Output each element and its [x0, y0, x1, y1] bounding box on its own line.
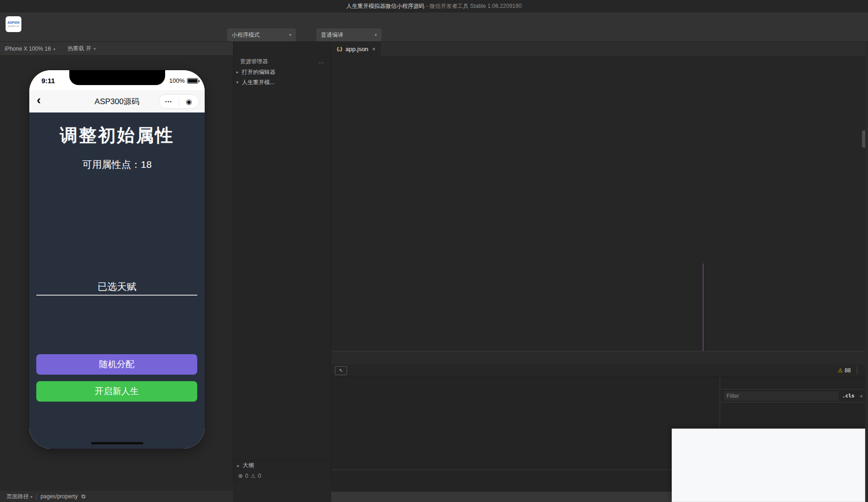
- logo-subtext: asp300.net: [8, 25, 20, 27]
- toggle-class-button[interactable]: .cls: [842, 393, 855, 399]
- simulator-panel: iPhone X 100% 16▾ 热重载 开▾ 9:11 100% ‹ ASP…: [0, 42, 233, 491]
- phone-navbar: ‹ ASP300源码 ••• ◉: [29, 90, 205, 112]
- json-file-icon: {..}: [337, 46, 342, 52]
- more-dots-icon[interactable]: •••: [159, 99, 179, 104]
- device-selector[interactable]: iPhone X 100% 16▾: [5, 46, 55, 52]
- styles-tabs: [720, 377, 868, 390]
- logo-text: ASP300: [7, 21, 20, 25]
- warnings-badge[interactable]: ⚠88: [838, 367, 851, 374]
- phone-notch: [69, 70, 165, 85]
- window-title: 人生重开模拟器微信小程序源码 - 微信开发者工具 Stable 1.06.220…: [0, 2, 868, 10]
- project-logo: ASP300 asp300.net: [6, 16, 21, 32]
- chevron-down-icon: ▾: [289, 33, 291, 37]
- start-life-button[interactable]: 开启新人生: [36, 381, 197, 402]
- phone-page-content: 调整初始属性 可用属性点：18 已选天赋 随机分配 开启新人生: [29, 112, 205, 449]
- home-indicator: [91, 442, 143, 444]
- popup-overlay: [672, 429, 865, 502]
- explorer-header: 资源管理器 …: [234, 56, 331, 67]
- phone-time: 9:11: [41, 77, 55, 85]
- explorer-more-icon[interactable]: …: [318, 58, 324, 65]
- talents-title: 已选天赋: [29, 280, 205, 293]
- phone-statusbar: 9:11 100%: [29, 70, 205, 90]
- talent-list: [36, 295, 197, 296]
- titlebar: 人生重开模拟器微信小程序源码 - 微信开发者工具 Stable 1.06.220…: [0, 0, 868, 13]
- page-path-selector[interactable]: 页面路径 ▾: [7, 493, 33, 501]
- battery-icon: [187, 78, 198, 84]
- exit-target-icon[interactable]: ◉: [179, 98, 199, 106]
- page-title: 调整初始属性: [29, 124, 205, 147]
- explorer-sidebar: 资源管理器 … ▸ 打开的编辑器 ▾ 人生重开模... ▸ 大纲 ⊗ 0 ⚠ 0: [233, 42, 331, 482]
- mode-select[interactable]: 小程序模式▾: [227, 28, 296, 41]
- editor-area: {..} app.json ×: [331, 42, 868, 351]
- devtools-tabbar: ↖ ⚠88: [331, 364, 868, 377]
- inspect-element-icon[interactable]: ↖: [335, 366, 347, 375]
- styles-filter-input[interactable]: [724, 391, 839, 401]
- warning-icon: ⚠: [251, 473, 256, 479]
- chevron-right-icon: ▸: [237, 463, 243, 468]
- activity-bar: [234, 42, 331, 56]
- available-points: 可用属性点：18: [29, 158, 205, 171]
- active-indent-guide: [703, 264, 703, 356]
- problems-counts: ⊗ 0 ⚠ 0: [234, 470, 331, 482]
- main-toolbar: ASP300 asp300.net 小程序模式▾ 普通编译▾: [0, 13, 868, 42]
- window-scroll-gutter: [865, 42, 868, 502]
- close-tab-icon[interactable]: ×: [372, 46, 376, 53]
- battery-percent: 100%: [169, 77, 185, 84]
- chevron-right-icon: ▸: [236, 70, 242, 74]
- capsule-menu: ••• ◉: [159, 94, 199, 109]
- project-section[interactable]: ▾ 人生重开模...: [234, 77, 331, 87]
- open-editors-section[interactable]: ▸ 打开的编辑器: [234, 67, 331, 77]
- phone-mockup: 9:11 100% ‹ ASP300源码 ••• ◉ 调整初始属性: [29, 70, 205, 449]
- tab-app-json[interactable]: {..} app.json ×: [331, 42, 381, 56]
- editor-tabbar: {..} app.json ×: [331, 42, 868, 56]
- wxml-tree[interactable]: [331, 377, 720, 481]
- wechat-devtools-window: 人生重开模拟器微信小程序源码 - 微信开发者工具 Stable 1.06.220…: [0, 0, 868, 502]
- breadcrumb: [331, 56, 868, 68]
- error-icon: ⊗: [238, 473, 243, 479]
- random-assign-button[interactable]: 随机分配: [36, 354, 197, 375]
- chevron-down-icon: ▾: [374, 33, 377, 37]
- debugger-tabbar: [331, 351, 868, 364]
- outline-section[interactable]: ▸ 大纲: [234, 460, 331, 470]
- new-rule-icon[interactable]: ＋: [858, 392, 864, 400]
- styles-filter-row: .cls ＋: [720, 390, 868, 403]
- chevron-down-icon: ▾: [236, 80, 242, 85]
- phone-nav-title: ASP300源码: [94, 96, 139, 107]
- hot-reload-toggle[interactable]: 热重载 开▾: [67, 45, 96, 53]
- copy-path-icon[interactable]: ⧉: [81, 493, 86, 500]
- current-page-path: pages/property: [40, 493, 78, 500]
- back-chevron-icon[interactable]: ‹: [37, 93, 41, 107]
- statusbar: 页面路径 ▾ pages/property ⧉: [0, 491, 233, 502]
- compile-select[interactable]: 普通编译▾: [316, 28, 381, 41]
- simulator-header: iPhone X 100% 16▾ 热重载 开▾: [0, 42, 233, 56]
- code-view[interactable]: [331, 68, 868, 71]
